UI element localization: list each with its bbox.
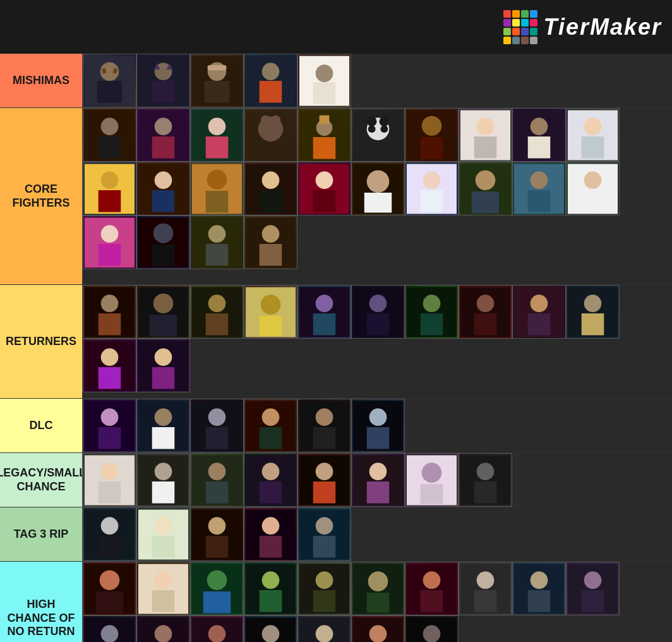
fighter-tattooed[interactable] <box>136 615 190 642</box>
fighter-nina[interactable] <box>459 108 512 162</box>
svg-rect-114 <box>367 313 390 335</box>
fighter-michelle[interactable] <box>297 453 351 507</box>
fighter-kazuya[interactable] <box>83 54 136 107</box>
fighter-unknown2[interactable] <box>136 507 190 561</box>
svg-rect-51 <box>528 136 551 158</box>
fighter-jin[interactable] <box>244 54 297 107</box>
fighter-josie2[interactable] <box>136 339 190 392</box>
svg-point-215 <box>531 571 548 589</box>
fighter-jaycee[interactable] <box>244 507 297 561</box>
tier-row-dlc: DLC <box>0 399 672 453</box>
fighter-akuma[interactable] <box>405 562 459 615</box>
fighter-unknown[interactable] <box>351 285 405 339</box>
fighter-lee[interactable] <box>566 108 620 162</box>
svg-point-119 <box>477 294 495 312</box>
fighter-dancer[interactable] <box>244 615 297 642</box>
fighter-true-ogre[interactable] <box>459 285 512 339</box>
fighter-miharu[interactable] <box>83 453 136 507</box>
logo-cell <box>503 10 511 18</box>
fighter-noctis[interactable] <box>190 399 244 452</box>
fighter-combot2[interactable] <box>297 562 351 615</box>
fighter-master-raven[interactable] <box>83 615 136 642</box>
fighter-marduk[interactable] <box>459 162 512 215</box>
svg-rect-90 <box>152 244 175 266</box>
fighter-red-fighter[interactable] <box>351 615 405 642</box>
svg-point-125 <box>584 294 602 312</box>
svg-point-92 <box>208 225 226 243</box>
fighter-josie3[interactable] <box>244 562 297 615</box>
fighter-baek[interactable] <box>512 108 566 162</box>
fighter-steve[interactable] <box>136 162 190 215</box>
fighter-tattooed2[interactable] <box>190 615 244 642</box>
svg-point-18 <box>316 64 333 82</box>
fighter-negan[interactable] <box>297 399 351 452</box>
fighter-josie[interactable] <box>83 339 136 392</box>
fighter-armor-king[interactable] <box>136 215 190 269</box>
fighter-king2[interactable] <box>190 162 244 215</box>
fighter-ancient-ogre[interactable] <box>405 285 459 339</box>
svg-point-167 <box>369 463 387 480</box>
fighter-christie[interactable] <box>244 162 297 215</box>
svg-rect-195 <box>152 590 175 612</box>
fighter-eddy[interactable] <box>244 215 297 269</box>
svg-point-62 <box>207 169 227 190</box>
fighter-leo[interactable] <box>566 162 620 215</box>
fighter-king[interactable] <box>405 108 459 162</box>
fighter-devil-jin[interactable] <box>136 54 190 107</box>
fighter-lili[interactable] <box>83 215 136 269</box>
fighter-slim-bob[interactable] <box>297 507 351 561</box>
svg-point-239 <box>423 625 441 642</box>
fighter-forest-law[interactable] <box>83 285 136 339</box>
fighter-shaheen[interactable] <box>566 285 620 339</box>
fighter-panda[interactable] <box>351 108 405 162</box>
fighter-sebastian[interactable] <box>83 507 136 561</box>
fighter-heihachi[interactable] <box>190 54 244 107</box>
svg-rect-186 <box>260 535 282 557</box>
svg-rect-63 <box>206 190 229 212</box>
fighter-angel[interactable] <box>190 507 244 561</box>
fighter-gon[interactable] <box>244 285 297 339</box>
fighter-kuma[interactable] <box>244 108 297 162</box>
fighter-ganryu[interactable] <box>351 162 405 215</box>
logo-cell <box>512 10 520 18</box>
fighter-alex[interactable] <box>405 453 459 507</box>
fighter-hwoarang[interactable] <box>136 108 190 162</box>
fighter-anna[interactable] <box>297 162 351 215</box>
fighter-mokujin[interactable] <box>190 285 244 339</box>
fighter-asuka[interactable] <box>405 162 459 215</box>
fighter-old-man[interactable] <box>459 562 512 615</box>
fighter-dinosaur[interactable] <box>190 562 244 615</box>
svg-point-233 <box>316 625 333 642</box>
fighter-soldier[interactable] <box>512 562 566 615</box>
svg-rect-84 <box>582 190 604 212</box>
fighter-lidia[interactable] <box>351 399 405 452</box>
logo-cell <box>512 37 520 44</box>
fighter-bruce[interactable] <box>190 453 244 507</box>
fighter-xiaoyu[interactable] <box>190 108 244 162</box>
svg-point-68 <box>316 171 333 189</box>
fighter-kangaroo[interactable] <box>351 562 405 615</box>
fighter-julia[interactable] <box>244 399 297 452</box>
fighter-eliza[interactable] <box>83 399 136 452</box>
fighter-law[interactable] <box>83 108 136 162</box>
fighter-combot[interactable] <box>297 285 351 339</box>
fighter-geese[interactable] <box>136 399 190 452</box>
fighter-lars[interactable] <box>297 54 351 107</box>
fighter-wang[interactable] <box>136 453 190 507</box>
fighter-katarina[interactable] <box>136 562 190 615</box>
fighter-lee2[interactable] <box>512 162 566 215</box>
fighter-jack[interactable] <box>83 162 136 215</box>
fighter-dark-fighter[interactable] <box>405 615 459 642</box>
fighter-gigas[interactable] <box>83 562 136 615</box>
fighter-paul[interactable] <box>297 108 351 162</box>
fighter-kunimitsu[interactable] <box>351 453 405 507</box>
fighter-gentleman[interactable] <box>297 615 351 642</box>
svg-rect-189 <box>313 535 336 557</box>
fighter-ogre[interactable] <box>459 453 512 507</box>
fighter-bryan[interactable] <box>190 215 244 269</box>
tier-content-high-chance <box>82 562 672 642</box>
fighter-azazel[interactable] <box>566 562 620 615</box>
fighter-marduk2[interactable] <box>136 285 190 339</box>
fighter-roger[interactable] <box>512 285 566 339</box>
fighter-zafina[interactable] <box>244 453 297 507</box>
